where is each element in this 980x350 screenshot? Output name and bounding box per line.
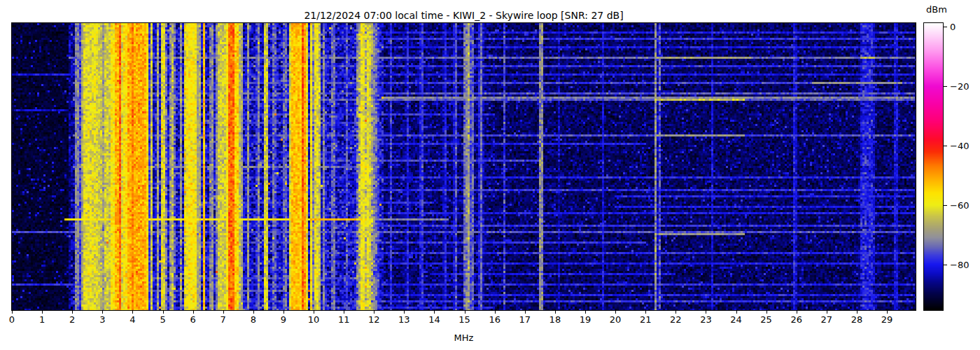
x-tick-mark: [465, 311, 465, 314]
x-tick-label: 3: [99, 314, 105, 325]
x-tick-label: 28: [851, 314, 863, 325]
x-tick-label: 17: [519, 314, 531, 325]
x-tick-label: 12: [368, 314, 380, 325]
x-tick-mark: [434, 311, 435, 314]
x-tick-mark: [706, 311, 706, 314]
x-tick-label: 13: [398, 314, 410, 325]
x-tick-mark: [555, 311, 556, 314]
x-tick-label: 20: [610, 314, 622, 325]
x-tick-mark: [585, 311, 586, 314]
colorbar-tick-mark: [944, 265, 947, 265]
x-tick-label: 15: [458, 314, 470, 325]
x-tick-label: 1: [39, 314, 45, 325]
x-tick-label: 22: [670, 314, 682, 325]
x-tick-label: 6: [190, 314, 195, 325]
x-tick-mark: [797, 311, 797, 314]
x-tick-mark: [12, 311, 13, 314]
colorbar-label: dBm: [921, 4, 952, 15]
x-tick-mark: [827, 311, 827, 314]
x-tick-mark: [857, 311, 858, 314]
x-tick-mark: [525, 311, 526, 314]
waterfall-canvas: [12, 23, 916, 310]
colorbar-tick-label: 0: [950, 22, 955, 32]
colorbar-tick-label: −60: [950, 200, 969, 211]
x-tick-mark: [132, 311, 133, 314]
x-tick-label: 7: [220, 314, 226, 325]
x-tick-mark: [72, 311, 73, 314]
x-tick-mark: [193, 311, 194, 314]
x-tick-mark: [374, 311, 374, 314]
colorbar-tick-label: −20: [950, 81, 969, 92]
x-tick-label: 8: [251, 314, 256, 325]
x-tick-mark: [223, 311, 224, 314]
x-tick-mark: [163, 311, 164, 314]
colorbar-tick-mark: [944, 86, 947, 87]
x-tick-mark: [253, 311, 254, 314]
x-tick-label: 25: [760, 314, 772, 325]
x-tick-mark: [736, 311, 737, 314]
x-axis-label: MHz: [12, 332, 916, 343]
x-tick-label: 24: [730, 314, 742, 325]
x-tick-label: 29: [881, 314, 893, 325]
waterfall-plot-frame: [11, 22, 916, 311]
x-tick-mark: [102, 311, 103, 314]
colorbar-tick-label: −80: [950, 259, 969, 270]
spectrogram-figure: 21/12/2024 07:00 local time - KIWI_2 - S…: [0, 0, 980, 350]
x-tick-mark: [284, 311, 284, 314]
x-tick-mark: [676, 311, 676, 314]
x-tick-mark: [42, 311, 43, 314]
x-tick-label: 10: [308, 314, 320, 325]
x-tick-mark: [766, 311, 767, 314]
x-tick-mark: [314, 311, 314, 314]
x-tick-label: 4: [130, 314, 135, 325]
chart-title: 21/12/2024 07:00 local time - KIWI_2 - S…: [12, 9, 916, 22]
x-tick-mark: [344, 311, 344, 314]
x-tick-label: 11: [338, 314, 350, 325]
x-tick-label: 27: [821, 314, 833, 325]
x-tick-label: 26: [790, 314, 802, 325]
colorbar-frame: [923, 22, 944, 311]
x-tick-label: 9: [281, 314, 286, 325]
x-tick-label: 16: [489, 314, 500, 325]
colorbar-tick-mark: [944, 205, 947, 206]
colorbar-canvas: [924, 23, 943, 310]
colorbar-tick-mark: [944, 146, 947, 146]
x-tick-label: 19: [580, 314, 592, 325]
colorbar-tick-mark: [944, 27, 947, 27]
x-tick-label: 23: [700, 314, 712, 325]
x-tick-mark: [615, 311, 616, 314]
x-tick-mark: [495, 311, 496, 314]
colorbar-tick-label: −40: [950, 141, 969, 151]
x-tick-label: 5: [160, 314, 165, 325]
x-tick-label: 0: [9, 314, 15, 325]
x-tick-label: 2: [69, 314, 75, 325]
x-tick-mark: [404, 311, 405, 314]
x-tick-mark: [645, 311, 646, 314]
x-tick-label: 18: [550, 314, 561, 325]
x-tick-label: 21: [640, 314, 652, 325]
x-tick-mark: [887, 311, 888, 314]
x-tick-label: 14: [428, 314, 440, 325]
